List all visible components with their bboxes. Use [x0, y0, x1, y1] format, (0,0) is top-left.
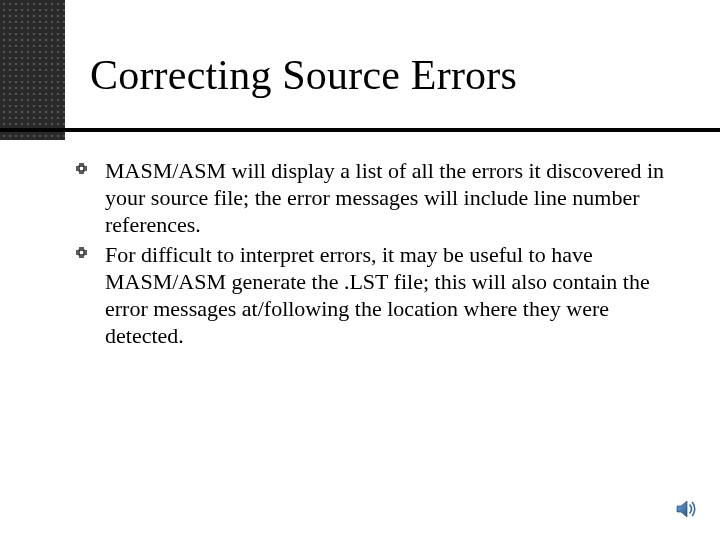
decorative-corner-block — [0, 0, 65, 140]
list-item-text: MASM/ASM will display a list of all the … — [105, 158, 664, 237]
list-item: MASM/ASM will display a list of all the … — [75, 158, 665, 238]
body-text: MASM/ASM will display a list of all the … — [75, 158, 665, 354]
svg-rect-4 — [79, 166, 84, 171]
horizontal-rule — [0, 128, 720, 132]
grid-bullet-icon — [75, 162, 88, 175]
title-area: Correcting Source Errors — [90, 52, 690, 98]
grid-bullet-icon — [75, 246, 88, 259]
svg-rect-9 — [79, 250, 84, 255]
list-item-text: For difficult to interpret errors, it ma… — [105, 242, 650, 347]
speaker-icon[interactable] — [674, 496, 700, 522]
list-item: For difficult to interpret errors, it ma… — [75, 242, 665, 349]
slide-title: Correcting Source Errors — [90, 52, 690, 98]
slide: Correcting Source Errors MASM/ASM will d… — [0, 0, 720, 540]
